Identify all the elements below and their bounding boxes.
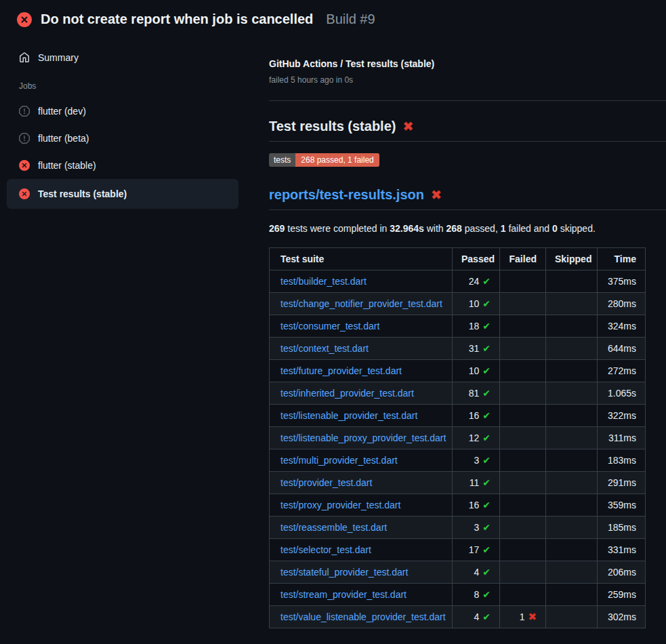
test-suite-link[interactable]: test/proxy_provider_test.dart xyxy=(280,500,400,510)
test-suite-link[interactable]: test/value_listenable_provider_test.dart xyxy=(280,611,446,622)
summary-segment: 0 xyxy=(552,223,558,234)
passed-cell: 31✔ xyxy=(453,338,500,360)
passed-cell: 11✔ xyxy=(453,472,500,494)
test-suite-link[interactable]: test/reassemble_test.dart xyxy=(280,522,387,533)
passed-cell: 12✔ xyxy=(453,427,500,449)
sidebar-item-flutter-stable[interactable]: flutter (stable) xyxy=(7,152,238,179)
test-suite-link[interactable]: test/listenable_proxy_provider_test.dart xyxy=(280,432,446,443)
table-row: test/reassemble_test.dart3✔185ms xyxy=(270,517,646,539)
column-header-skipped: Skipped xyxy=(546,248,598,270)
test-suite-link[interactable]: test/listenable_provider_test.dart xyxy=(280,410,417,421)
table-row: test/selector_test.dart17✔331ms xyxy=(270,539,646,561)
failed-cell xyxy=(500,449,546,472)
time-cell: 302ms xyxy=(598,606,646,628)
suite-cell: test/inherited_provider_test.dart xyxy=(270,382,453,405)
passed-count: 24 xyxy=(469,276,480,287)
divider xyxy=(269,100,666,101)
skipped-cell xyxy=(546,270,598,293)
test-results-table: Test suitePassedFailedSkippedTime test/b… xyxy=(269,247,646,628)
x-circle-fill-icon xyxy=(19,188,30,199)
skipped-cell xyxy=(546,606,598,628)
time-cell: 272ms xyxy=(598,360,646,382)
skipped-cell xyxy=(546,472,598,494)
suite-cell: test/change_notifier_provider_test.dart xyxy=(270,293,453,315)
skipped-cell xyxy=(546,338,598,360)
failed-cell xyxy=(500,338,546,360)
time-cell: 183ms xyxy=(598,449,646,472)
check-icon: ✔ xyxy=(482,611,491,622)
check-icon: ✔ xyxy=(482,589,491,600)
passed-cell: 16✔ xyxy=(453,494,500,517)
suite-cell: test/builder_test.dart xyxy=(270,270,453,293)
check-icon: ✔ xyxy=(482,544,491,555)
time-cell: 331ms xyxy=(598,539,646,561)
jobs-section-label: Jobs xyxy=(7,79,238,94)
test-suite-link[interactable]: test/inherited_provider_test.dart xyxy=(280,388,414,399)
suite-cell: test/multi_provider_test.dart xyxy=(270,449,453,472)
table-row: test/listenable_proxy_provider_test.dart… xyxy=(270,427,646,449)
stop-icon xyxy=(19,106,30,117)
time-cell: 206ms xyxy=(598,561,646,584)
check-icon: ✔ xyxy=(482,410,491,421)
sidebar-item-label: flutter (stable) xyxy=(38,160,96,171)
table-row: test/context_test.dart31✔644ms xyxy=(270,338,646,360)
page-title: Do not create report when job is cancell… xyxy=(41,12,313,27)
test-suite-link[interactable]: test/multi_provider_test.dart xyxy=(280,455,398,466)
table-row: test/change_notifier_provider_test.dart1… xyxy=(270,293,646,315)
report-file-link[interactable]: reports/test-results.json xyxy=(269,186,424,203)
passed-count: 3 xyxy=(474,455,479,466)
table-row: test/stream_provider_test.dart8✔259ms xyxy=(270,584,646,606)
failed-cell xyxy=(500,472,546,494)
sidebar-item-flutter-beta[interactable]: flutter (beta) xyxy=(7,125,238,152)
suite-cell: test/context_test.dart xyxy=(270,338,453,360)
failed-cell xyxy=(500,561,546,584)
test-suite-link[interactable]: test/consumer_test.dart xyxy=(280,321,379,331)
time-cell: 311ms xyxy=(598,427,646,449)
time-cell: 291ms xyxy=(598,472,646,494)
test-suite-link[interactable]: test/change_notifier_provider_test.dart xyxy=(280,298,442,309)
failed-cell xyxy=(500,517,546,539)
test-suite-link[interactable]: test/stream_provider_test.dart xyxy=(280,589,407,600)
x-emoji-icon: ✖ xyxy=(431,188,442,201)
test-suite-link[interactable]: test/future_provider_test.dart xyxy=(280,365,402,376)
test-suite-link[interactable]: test/builder_test.dart xyxy=(280,276,367,287)
passed-count: 4 xyxy=(474,567,479,578)
sidebar-item-summary[interactable]: Summary xyxy=(7,46,238,69)
passed-count: 17 xyxy=(469,544,480,555)
skipped-cell xyxy=(546,293,598,315)
suite-cell: test/stateful_provider_test.dart xyxy=(270,561,453,584)
failed-cell xyxy=(500,360,546,382)
test-suite-link[interactable]: test/context_test.dart xyxy=(280,343,369,354)
check-icon: ✔ xyxy=(482,500,491,510)
test-suite-link[interactable]: test/provider_test.dart xyxy=(280,477,372,488)
check-icon: ✔ xyxy=(482,455,491,466)
table-row: test/stateful_provider_test.dart4✔206ms xyxy=(270,561,646,584)
skipped-cell xyxy=(546,539,598,561)
home-icon xyxy=(19,52,30,63)
skipped-cell xyxy=(546,427,598,449)
sidebar-item-flutter-dev[interactable]: flutter (dev) xyxy=(7,98,238,125)
suite-cell: test/stream_provider_test.dart xyxy=(270,584,453,606)
test-suite-link[interactable]: test/stateful_provider_test.dart xyxy=(280,567,408,578)
passed-cell: 3✔ xyxy=(453,517,500,539)
tests-badge: tests 268 passed, 1 failed xyxy=(269,153,379,167)
skipped-cell xyxy=(546,561,598,584)
sidebar: Summary Jobs flutter (dev)flutter (beta)… xyxy=(0,37,269,209)
test-suite-link[interactable]: test/selector_test.dart xyxy=(280,544,371,555)
report-title: reports/test-results.json ✖ xyxy=(269,186,666,210)
page-header: Do not create report when job is cancell… xyxy=(0,0,666,37)
passed-cell: 16✔ xyxy=(453,405,500,427)
time-cell: 375ms xyxy=(598,270,646,293)
check-icon: ✔ xyxy=(482,567,491,578)
failed-count: 1 xyxy=(520,611,525,622)
failed-cell xyxy=(500,315,546,338)
passed-count: 12 xyxy=(469,432,480,443)
check-run-title-text: Test results (stable) xyxy=(269,118,396,134)
jobs-list: flutter (dev)flutter (beta)flutter (stab… xyxy=(7,98,238,209)
column-header-passed: Passed xyxy=(453,248,500,270)
x-circle-fill-icon xyxy=(17,12,32,27)
summary-segment: skipped. xyxy=(558,223,596,234)
suite-cell: test/provider_test.dart xyxy=(270,472,453,494)
sidebar-item-test-results-stable[interactable]: Test results (stable) xyxy=(7,179,238,209)
suite-cell: test/reassemble_test.dart xyxy=(270,517,453,539)
